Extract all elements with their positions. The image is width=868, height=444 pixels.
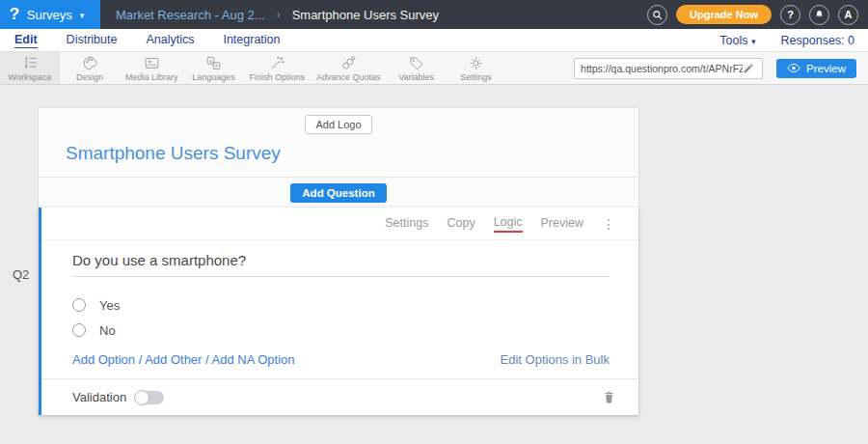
validation-toggle[interactable] — [135, 391, 164, 404]
toolbar-item-variables[interactable]: Variables — [387, 52, 447, 84]
toolbar-item-label: Workspace — [9, 72, 52, 82]
toolbar-item-languages[interactable]: a A Languages — [184, 52, 244, 84]
section-navbar: Edit Distribute Analytics Integration To… — [0, 29, 868, 52]
toolbar-right: Preview — [574, 52, 868, 84]
search-icon — [652, 10, 663, 20]
add-other-link[interactable]: Add Other — [145, 352, 202, 367]
radio-button[interactable] — [72, 298, 86, 312]
surveys-menu[interactable]: ? Surveys ▾ — [0, 0, 100, 29]
edit-pencil-icon[interactable] — [743, 63, 754, 74]
survey-editor-canvas: Q2 Add Logo Smartphone Users Survey Add … — [0, 108, 868, 444]
option-label-no[interactable]: No — [99, 323, 116, 338]
svg-text:A: A — [215, 63, 219, 69]
question-tab-logic[interactable]: Logic — [494, 215, 523, 233]
tab-analytics[interactable]: Analytics — [146, 33, 194, 48]
toolbar-item-finish-options[interactable]: Finish Options — [244, 52, 312, 84]
toolbar-item-settings[interactable]: Settings — [447, 52, 506, 84]
tab-integration[interactable]: Integration — [223, 33, 280, 48]
toolbar-item-workspace[interactable]: Workspace — [0, 52, 60, 84]
responses-count[interactable]: Responses: 0 — [781, 34, 854, 47]
toolbar-item-label: Design — [76, 72, 103, 82]
toolbar-item-label: Variables — [398, 72, 434, 82]
option-links: Add Option / Add Other / Add NA Option — [72, 352, 295, 367]
workspace-icon — [22, 55, 39, 71]
preview-label: Preview — [806, 63, 846, 74]
question-number: Q2 — [13, 267, 29, 282]
eye-icon — [787, 63, 800, 73]
question-toolbar: Settings Copy Logic Preview ⋮ — [41, 208, 638, 240]
toolbar-item-advance-quotas[interactable]: Advance Quotas — [311, 52, 387, 84]
link-separator: / — [135, 352, 145, 367]
media-library-icon — [144, 55, 160, 71]
toolbar-item-design[interactable]: Design — [60, 52, 120, 84]
question-block: Settings Copy Logic Preview ⋮ Do you use… — [39, 208, 638, 415]
add-option-link[interactable]: Add Option — [72, 352, 135, 367]
navbar-right: Tools ▾ Responses: 0 — [719, 34, 868, 47]
answer-option-row: No — [72, 318, 638, 343]
tools-menu[interactable]: Tools ▾ — [719, 34, 755, 47]
breadcrumb: Market Research - Aug 2... › Smartphone … — [116, 8, 439, 22]
section-tabs: Edit Distribute Analytics Integration — [14, 33, 281, 48]
add-logo-button[interactable]: Add Logo — [305, 115, 371, 134]
edit-options-in-bulk-link[interactable]: Edit Options in Bulk — [501, 352, 610, 367]
help-button[interactable]: ? — [780, 5, 800, 25]
breadcrumb-parent[interactable]: Market Research - Aug 2... — [116, 8, 265, 22]
toggle-knob — [134, 390, 149, 405]
variables-icon — [408, 55, 424, 71]
question-text[interactable]: Do you use a smartphone? — [72, 252, 610, 277]
tab-distribute[interactable]: Distribute — [67, 33, 118, 48]
notifications-button[interactable] — [809, 5, 829, 25]
link-separator: / — [202, 352, 211, 367]
toolbar-item-label: Finish Options — [250, 72, 306, 82]
answer-option-row: Yes — [72, 292, 638, 318]
svg-text:a: a — [209, 58, 212, 64]
topbar-actions: Upgrade Now ? A — [647, 5, 868, 25]
toolbar-item-label: Settings — [460, 72, 492, 82]
survey-title[interactable]: Smartphone Users Survey — [66, 143, 638, 164]
finish-options-icon — [269, 55, 285, 71]
bell-icon — [814, 9, 825, 20]
logo-row: Add Logo — [39, 108, 638, 134]
option-links-row: Add Option / Add Other / Add NA Option E… — [72, 352, 610, 367]
languages-icon: a A — [205, 55, 222, 71]
chevron-down-icon: ▾ — [80, 11, 85, 20]
chevron-down-icon: ▾ — [751, 37, 756, 46]
topbar: ? Surveys ▾ Market Research - Aug 2... ›… — [0, 0, 868, 29]
survey-header-card: Add Logo Smartphone Users Survey Add Que… — [39, 108, 638, 208]
account-avatar[interactable]: A — [838, 5, 858, 25]
avatar-initial: A — [845, 9, 853, 20]
toolbar-item-media-library[interactable]: Media Library — [120, 52, 184, 84]
survey-url-field[interactable] — [574, 58, 763, 79]
preview-button[interactable]: Preview — [776, 59, 856, 78]
breadcrumb-separator-icon: › — [277, 8, 281, 21]
option-label-yes[interactable]: Yes — [99, 298, 120, 313]
search-button[interactable] — [647, 5, 667, 25]
toolbar-item-label: Languages — [192, 72, 235, 82]
validation-row: Validation — [41, 378, 638, 415]
question-tab-settings[interactable]: Settings — [385, 216, 428, 232]
toolbar-item-label: Advance Quotas — [316, 72, 381, 82]
add-na-option-link[interactable]: Add NA Option — [212, 352, 295, 367]
questionpro-logo-icon: ? — [10, 6, 20, 23]
delete-question-button[interactable] — [603, 390, 615, 404]
breadcrumb-current: Smartphone Users Survey — [292, 8, 439, 22]
question-mark-icon: ? — [787, 9, 794, 20]
survey-url-input[interactable] — [581, 63, 743, 74]
validation-label: Validation — [72, 390, 126, 404]
surveys-menu-label: Surveys — [27, 8, 72, 22]
kebab-menu-icon[interactable]: ⋮ — [602, 217, 615, 231]
trash-icon — [603, 390, 615, 404]
toolbar-item-label: Media Library — [125, 72, 178, 82]
advance-quotas-icon — [340, 55, 357, 71]
add-question-row: Add Question — [39, 178, 638, 208]
upgrade-now-button[interactable]: Upgrade Now — [676, 5, 772, 24]
settings-icon — [468, 55, 484, 71]
tab-edit[interactable]: Edit — [14, 33, 38, 48]
design-icon — [82, 55, 98, 71]
tools-label: Tools — [719, 34, 747, 47]
workspace-toolbar: Workspace Design Media Library a A Langu… — [0, 52, 868, 85]
question-tab-copy[interactable]: Copy — [447, 216, 475, 232]
add-question-button-top[interactable]: Add Question — [290, 183, 386, 203]
question-tab-preview[interactable]: Preview — [541, 216, 583, 232]
radio-button[interactable] — [72, 323, 86, 337]
